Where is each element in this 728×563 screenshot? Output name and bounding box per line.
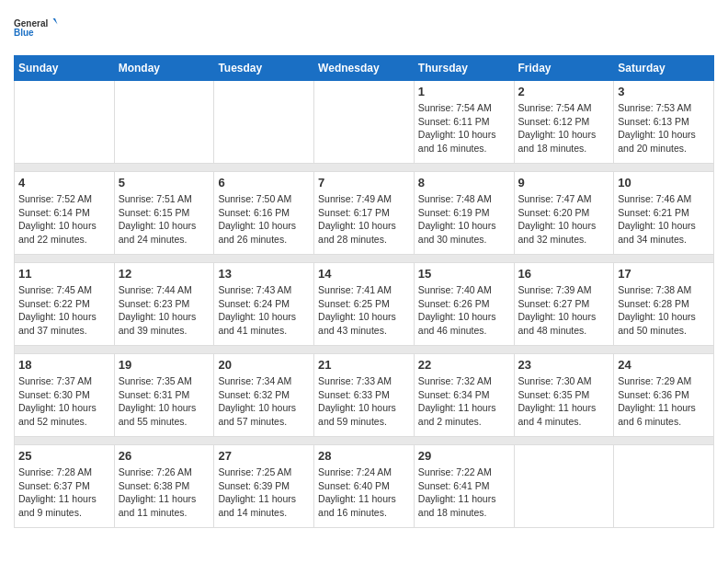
calendar-cell: 5Sunrise: 7:51 AM Sunset: 6:15 PM Daylig… [114,172,214,255]
day-info: Sunrise: 7:47 AM Sunset: 6:20 PM Dayligh… [518,192,610,247]
week-separator [15,346,714,354]
calendar-cell: 19Sunrise: 7:35 AM Sunset: 6:31 PM Dayli… [114,354,214,437]
column-header-wednesday: Wednesday [314,56,415,81]
calendar-week-row: 1Sunrise: 7:54 AM Sunset: 6:11 PM Daylig… [15,81,714,164]
day-info: Sunrise: 7:44 AM Sunset: 6:23 PM Dayligh… [119,283,210,338]
day-number: 21 [318,358,410,372]
logo: General Blue [14,9,60,46]
calendar-cell: 26Sunrise: 7:26 AM Sunset: 6:38 PM Dayli… [114,445,214,528]
calendar-cell [114,81,214,164]
day-number: 3 [618,85,710,98]
day-number: 5 [119,176,210,190]
day-number: 18 [18,358,110,372]
page-header: General Blue [14,9,714,46]
day-info: Sunrise: 7:24 AM Sunset: 6:40 PM Dayligh… [318,465,410,520]
calendar-cell [314,81,415,164]
day-info: Sunrise: 7:54 AM Sunset: 6:12 PM Dayligh… [518,101,610,155]
calendar-cell: 20Sunrise: 7:34 AM Sunset: 6:32 PM Dayli… [214,354,314,437]
calendar-cell: 28Sunrise: 7:24 AM Sunset: 6:40 PM Dayli… [314,445,415,528]
calendar-header-row: SundayMondayTuesdayWednesdayThursdayFrid… [15,56,714,81]
day-info: Sunrise: 7:41 AM Sunset: 6:25 PM Dayligh… [318,283,410,338]
column-header-sunday: Sunday [15,56,115,81]
day-info: Sunrise: 7:50 AM Sunset: 6:16 PM Dayligh… [218,192,310,247]
day-info: Sunrise: 7:28 AM Sunset: 6:37 PM Dayligh… [18,465,110,520]
day-info: Sunrise: 7:33 AM Sunset: 6:33 PM Dayligh… [318,374,410,429]
calendar-cell: 22Sunrise: 7:32 AM Sunset: 6:34 PM Dayli… [414,354,514,437]
day-number: 11 [18,267,110,281]
day-number: 1 [418,85,510,98]
day-number: 24 [618,358,710,372]
day-number: 22 [418,358,510,372]
day-info: Sunrise: 7:43 AM Sunset: 6:24 PM Dayligh… [218,283,310,338]
day-info: Sunrise: 7:29 AM Sunset: 6:36 PM Dayligh… [618,374,710,429]
calendar-cell: 24Sunrise: 7:29 AM Sunset: 6:36 PM Dayli… [614,354,714,437]
day-number: 17 [618,267,710,281]
svg-text:General: General [14,18,48,29]
day-number: 27 [218,449,310,463]
calendar-cell: 12Sunrise: 7:44 AM Sunset: 6:23 PM Dayli… [114,263,214,346]
day-info: Sunrise: 7:51 AM Sunset: 6:15 PM Dayligh… [119,192,210,247]
day-info: Sunrise: 7:25 AM Sunset: 6:39 PM Dayligh… [218,465,310,520]
logo-svg: General Blue [14,9,60,46]
calendar-cell: 14Sunrise: 7:41 AM Sunset: 6:25 PM Dayli… [314,263,415,346]
calendar-cell: 21Sunrise: 7:33 AM Sunset: 6:33 PM Dayli… [314,354,415,437]
day-number: 13 [218,267,310,281]
column-header-thursday: Thursday [414,56,514,81]
svg-text:Blue: Blue [14,28,34,38]
day-info: Sunrise: 7:45 AM Sunset: 6:22 PM Dayligh… [18,283,110,338]
calendar-cell [15,81,115,164]
day-number: 14 [318,267,410,281]
calendar-cell: 10Sunrise: 7:46 AM Sunset: 6:21 PM Dayli… [614,172,714,255]
day-info: Sunrise: 7:38 AM Sunset: 6:28 PM Dayligh… [618,283,710,338]
day-info: Sunrise: 7:39 AM Sunset: 6:27 PM Dayligh… [518,283,610,338]
day-info: Sunrise: 7:49 AM Sunset: 6:17 PM Dayligh… [318,192,410,247]
day-info: Sunrise: 7:32 AM Sunset: 6:34 PM Dayligh… [418,374,510,429]
column-header-monday: Monday [114,56,214,81]
week-separator [15,437,714,445]
day-number: 9 [518,176,610,190]
calendar-week-row: 11Sunrise: 7:45 AM Sunset: 6:22 PM Dayli… [15,263,714,346]
calendar-cell: 11Sunrise: 7:45 AM Sunset: 6:22 PM Dayli… [15,263,115,346]
calendar-cell: 9Sunrise: 7:47 AM Sunset: 6:20 PM Daylig… [514,172,614,255]
calendar-cell: 15Sunrise: 7:40 AM Sunset: 6:26 PM Dayli… [414,263,514,346]
day-info: Sunrise: 7:37 AM Sunset: 6:30 PM Dayligh… [18,374,110,429]
day-info: Sunrise: 7:26 AM Sunset: 6:38 PM Dayligh… [119,465,210,520]
calendar-cell: 27Sunrise: 7:25 AM Sunset: 6:39 PM Dayli… [214,445,314,528]
calendar-cell: 13Sunrise: 7:43 AM Sunset: 6:24 PM Dayli… [214,263,314,346]
calendar-cell: 18Sunrise: 7:37 AM Sunset: 6:30 PM Dayli… [15,354,115,437]
day-number: 29 [418,449,510,463]
calendar-cell: 1Sunrise: 7:54 AM Sunset: 6:11 PM Daylig… [414,81,514,164]
day-number: 2 [518,85,610,98]
calendar-cell [514,445,614,528]
day-number: 15 [418,267,510,281]
calendar-week-row: 4Sunrise: 7:52 AM Sunset: 6:14 PM Daylig… [15,172,714,255]
day-number: 6 [218,176,310,190]
day-info: Sunrise: 7:53 AM Sunset: 6:13 PM Dayligh… [618,101,710,155]
day-number: 19 [119,358,210,372]
day-number: 4 [18,176,110,190]
column-header-tuesday: Tuesday [214,56,314,81]
day-info: Sunrise: 7:34 AM Sunset: 6:32 PM Dayligh… [218,374,310,429]
calendar-cell: 8Sunrise: 7:48 AM Sunset: 6:19 PM Daylig… [414,172,514,255]
column-header-friday: Friday [514,56,614,81]
week-separator [15,255,714,263]
day-number: 8 [418,176,510,190]
week-separator [15,164,714,172]
calendar-cell: 16Sunrise: 7:39 AM Sunset: 6:27 PM Dayli… [514,263,614,346]
day-info: Sunrise: 7:54 AM Sunset: 6:11 PM Dayligh… [418,101,510,155]
calendar-cell: 4Sunrise: 7:52 AM Sunset: 6:14 PM Daylig… [15,172,115,255]
day-info: Sunrise: 7:40 AM Sunset: 6:26 PM Dayligh… [418,283,510,338]
day-number: 12 [119,267,210,281]
day-number: 28 [318,449,410,463]
day-number: 20 [218,358,310,372]
calendar-cell: 3Sunrise: 7:53 AM Sunset: 6:13 PM Daylig… [614,81,714,164]
day-info: Sunrise: 7:48 AM Sunset: 6:19 PM Dayligh… [418,192,510,247]
calendar-cell: 2Sunrise: 7:54 AM Sunset: 6:12 PM Daylig… [514,81,614,164]
calendar-week-row: 18Sunrise: 7:37 AM Sunset: 6:30 PM Dayli… [15,354,714,437]
calendar-week-row: 25Sunrise: 7:28 AM Sunset: 6:37 PM Dayli… [15,445,714,528]
calendar-cell: 7Sunrise: 7:49 AM Sunset: 6:17 PM Daylig… [314,172,415,255]
day-info: Sunrise: 7:22 AM Sunset: 6:41 PM Dayligh… [418,465,510,520]
day-number: 10 [618,176,710,190]
day-info: Sunrise: 7:46 AM Sunset: 6:21 PM Dayligh… [618,192,710,247]
calendar-table: SundayMondayTuesdayWednesdayThursdayFrid… [14,55,714,528]
